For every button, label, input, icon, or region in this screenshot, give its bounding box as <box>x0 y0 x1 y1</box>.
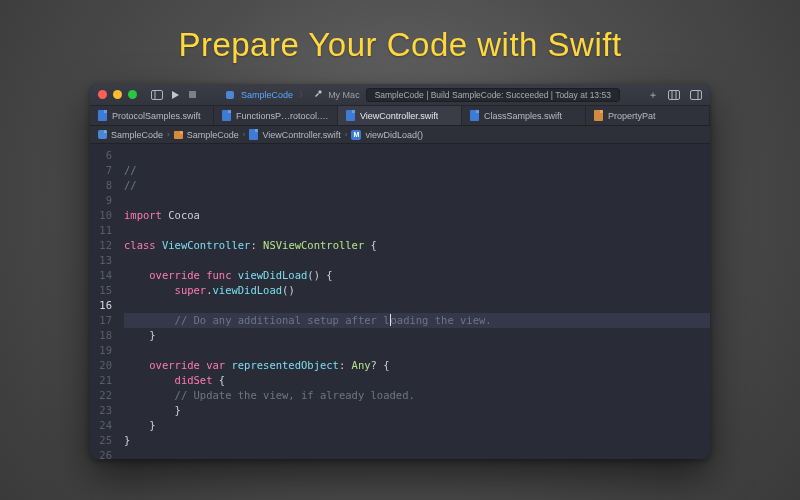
svg-rect-0 <box>152 90 163 99</box>
run-button-icon[interactable] <box>171 90 180 100</box>
file-tab[interactable]: ClassSamples.swift <box>462 106 586 125</box>
tab-label: ViewController.swift <box>360 111 438 121</box>
sidebar-toggle-icon[interactable] <box>151 90 163 100</box>
svg-rect-7 <box>691 90 702 99</box>
titlebar: SampleCode 〉 My Mac SampleCode | Build S… <box>90 84 710 106</box>
tab-label: ProtocolSamples.swift <box>112 111 201 121</box>
swift-file-icon <box>346 110 355 121</box>
file-tab[interactable]: PropertyPat <box>586 106 710 125</box>
stop-button-icon[interactable] <box>188 90 197 99</box>
chevron-right-icon: › <box>345 130 348 139</box>
project-icon <box>98 130 107 139</box>
tab-bar: ProtocolSamples.swift FunctionsP…rotocol… <box>90 106 710 126</box>
swift-file-icon <box>98 110 107 121</box>
svg-rect-4 <box>669 90 680 99</box>
inspectors-toggle-icon[interactable] <box>690 90 702 100</box>
code-area[interactable]: // // import Cocoa class ViewController:… <box>118 144 710 459</box>
swift-file-icon <box>594 110 603 121</box>
jump-bar[interactable]: SampleCode › SampleCode › ViewController… <box>90 126 710 144</box>
traffic-zoom-icon[interactable] <box>128 90 137 99</box>
hammer-destination-icon[interactable] <box>313 90 322 99</box>
file-tab[interactable]: ProtocolSamples.swift <box>90 106 214 125</box>
chevron-right-icon: › <box>243 130 246 139</box>
add-button-icon[interactable]: ＋ <box>648 88 658 102</box>
folder-icon <box>174 131 183 139</box>
jump-symbol[interactable]: viewDidLoad() <box>365 130 423 140</box>
traffic-close-icon[interactable] <box>98 90 107 99</box>
svg-rect-3 <box>226 91 234 99</box>
jump-project[interactable]: SampleCode <box>111 130 163 140</box>
xcode-window: SampleCode 〉 My Mac SampleCode | Build S… <box>90 84 710 459</box>
library-button-icon[interactable] <box>668 90 680 100</box>
tab-label: FunctionsP…rotocol.swift <box>236 111 329 121</box>
traffic-minimize-icon[interactable] <box>113 90 122 99</box>
activity-status: SampleCode | Build SampleCode: Succeeded… <box>366 88 620 102</box>
method-badge-icon: M <box>351 130 361 140</box>
line-gutter: 67891011121314151617181920212223242526 <box>90 144 118 459</box>
slogan-heading: Prepare Your Code with Swift <box>178 26 621 64</box>
run-destination[interactable]: My Mac <box>328 90 360 100</box>
chevron-right-icon: 〉 <box>299 89 307 100</box>
tab-label: ClassSamples.swift <box>484 111 562 121</box>
scheme-name[interactable]: SampleCode <box>241 90 293 100</box>
chevron-right-icon: › <box>167 130 170 139</box>
swift-file-icon <box>249 129 258 140</box>
jump-group[interactable]: SampleCode <box>187 130 239 140</box>
file-tab[interactable]: FunctionsP…rotocol.swift <box>214 106 338 125</box>
jump-file[interactable]: ViewController.swift <box>262 130 340 140</box>
code-editor[interactable]: 67891011121314151617181920212223242526 /… <box>90 144 710 459</box>
svg-rect-2 <box>189 91 196 98</box>
file-tab-active[interactable]: ViewController.swift <box>338 106 462 125</box>
tab-label: PropertyPat <box>608 111 656 121</box>
scheme-status-area: SampleCode 〉 My Mac SampleCode | Build S… <box>203 88 642 102</box>
app-target-icon[interactable] <box>225 90 235 100</box>
swift-file-icon <box>470 110 479 121</box>
swift-file-icon <box>222 110 231 121</box>
